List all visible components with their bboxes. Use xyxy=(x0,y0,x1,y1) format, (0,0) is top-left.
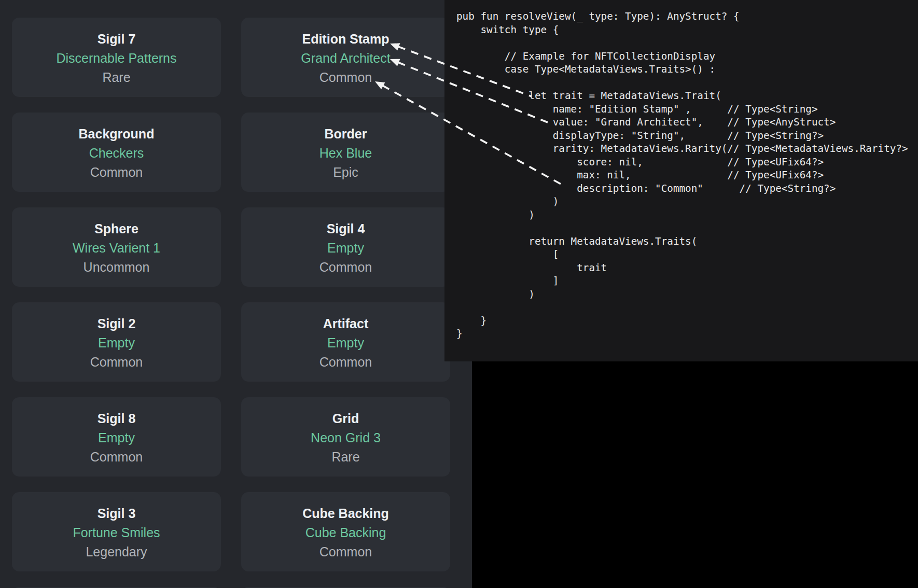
trait-value: Empty xyxy=(12,430,221,445)
trait-name: Grid xyxy=(241,411,450,426)
trait-value: Grand Architect xyxy=(241,50,450,66)
trait-rarity: Common xyxy=(241,354,450,370)
trait-rarity: Common xyxy=(241,69,450,85)
trait-card-grid[interactable]: GridNeon Grid 3Rare xyxy=(241,397,450,477)
trait-card-sigil-2[interactable]: Sigil 2EmptyCommon xyxy=(12,302,221,382)
trait-rarity: Common xyxy=(12,164,221,180)
trait-rarity: Legendary xyxy=(12,544,221,559)
trait-value: Checkers xyxy=(12,145,221,161)
trait-value: Wires Varient 1 xyxy=(12,240,221,256)
trait-rarity: Rare xyxy=(12,69,221,85)
trait-value: Cube Backing xyxy=(241,525,450,540)
trait-name: Sigil 7 xyxy=(12,31,221,47)
trait-name: Border xyxy=(241,126,450,142)
trait-card-artifact[interactable]: ArtifactEmptyCommon xyxy=(241,302,450,382)
trait-card-border[interactable]: BorderHex BlueEpic xyxy=(241,113,450,192)
code-overlay-panel: pub fun resolveView(_ type: Type): AnySt… xyxy=(444,0,918,361)
trait-rarity: Uncommon xyxy=(12,259,221,275)
trait-rarity: Rare xyxy=(241,449,450,465)
trait-card-background[interactable]: BackgroundCheckersCommon xyxy=(12,113,221,192)
trait-card-sigil-8[interactable]: Sigil 8EmptyCommon xyxy=(12,397,221,477)
trait-rarity: Common xyxy=(241,544,450,559)
trait-name: Edition Stamp xyxy=(241,31,450,47)
trait-name: Sigil 8 xyxy=(12,411,221,426)
trait-card-sigil-3[interactable]: Sigil 3Fortune SmilesLegendary xyxy=(12,492,221,571)
trait-value: Empty xyxy=(12,335,221,351)
trait-rarity: Common xyxy=(12,354,221,370)
trait-card-grid: Sigil 7Discernable PatternsRareEdition S… xyxy=(12,18,450,588)
trait-name: Sigil 4 xyxy=(241,221,450,236)
trait-card-sphere[interactable]: SphereWires Varient 1Uncommon xyxy=(12,207,221,287)
trait-name: Sphere xyxy=(12,221,221,236)
trait-name: Artifact xyxy=(241,316,450,331)
trait-value: Discernable Patterns xyxy=(12,50,221,66)
trait-name: Sigil 3 xyxy=(12,506,221,521)
trait-card-cube-backing[interactable]: Cube BackingCube BackingCommon xyxy=(241,492,450,571)
trait-name: Background xyxy=(12,126,221,142)
trait-name: Cube Backing xyxy=(241,506,450,521)
cadence-code-block[interactable]: pub fun resolveView(_ type: Type): AnySt… xyxy=(444,0,918,341)
trait-card-edition-stamp[interactable]: Edition StampGrand ArchitectCommon xyxy=(241,18,450,97)
trait-rarity: Common xyxy=(241,259,450,275)
nft-traits-viewer: Sigil 7Discernable PatternsRareEdition S… xyxy=(0,0,918,588)
trait-card-sigil-7[interactable]: Sigil 7Discernable PatternsRare xyxy=(12,18,221,97)
trait-value: Neon Grid 3 xyxy=(241,430,450,445)
trait-value: Fortune Smiles xyxy=(12,525,221,540)
trait-card-sigil-4[interactable]: Sigil 4EmptyCommon xyxy=(241,207,450,287)
trait-rarity: Common xyxy=(12,449,221,465)
trait-name: Sigil 2 xyxy=(12,316,221,331)
traits-panel: Sigil 7Discernable PatternsRareEdition S… xyxy=(0,0,472,588)
trait-value: Hex Blue xyxy=(241,145,450,161)
trait-value: Empty xyxy=(241,240,450,256)
trait-rarity: Epic xyxy=(241,164,450,180)
trait-value: Empty xyxy=(241,335,450,351)
